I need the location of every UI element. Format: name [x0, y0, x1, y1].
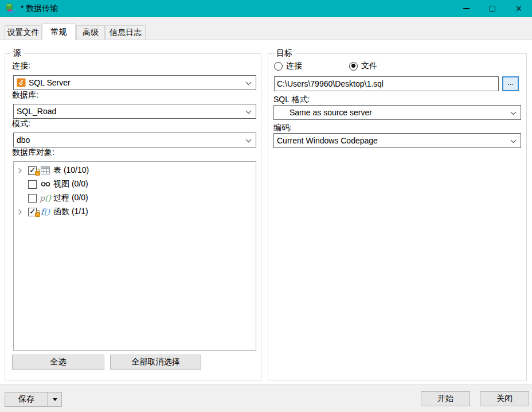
chevron-down-icon [245, 139, 252, 143]
tree-row-functions[interactable]: ✓ f() 函数 (1/1) [14, 205, 256, 219]
titlebar: * 数据传输 × [0, 0, 532, 17]
tab-profile[interactable]: 设置文件 [5, 25, 42, 40]
lock-icon [35, 212, 40, 217]
table-icon [40, 166, 51, 174]
app-icon [5, 3, 16, 14]
deselect-all-button[interactable]: 全部取消选择 [110, 355, 201, 370]
views-checkbox[interactable] [28, 180, 37, 189]
button-label: 全选 [50, 357, 66, 367]
footer-bar: 保存 开始 关闭 [0, 384, 532, 412]
radio-label: 连接 [286, 61, 302, 71]
view-icon [40, 181, 51, 188]
chevron-down-icon [510, 139, 517, 143]
tab-label: 设置文件 [7, 28, 40, 38]
radio-connection[interactable]: 连接 [274, 61, 302, 71]
file-path-input[interactable] [274, 76, 499, 91]
sql-format-select[interactable]: Same as source server [273, 105, 521, 120]
functions-checkbox[interactable]: ✓ [28, 208, 37, 216]
maximize-button[interactable] [479, 0, 506, 17]
tab-strip: 设置文件 常规 高级 信息日志 [0, 17, 532, 40]
connection-value: SQL Server [29, 78, 71, 87]
lock-icon [35, 171, 40, 176]
sql-format-label: SQL 格式: [273, 95, 310, 105]
procedure-icon: p() [40, 194, 51, 202]
procedures-checkbox[interactable] [28, 194, 37, 203]
browse-button[interactable]: ... [502, 76, 519, 91]
select-all-button[interactable]: 全选 [12, 355, 104, 370]
database-objects-tree: ✓ 表 (10/10) 视图 (0/0) [13, 161, 256, 351]
radio-circle-icon [274, 62, 283, 71]
database-select[interactable]: SQL_Road [13, 104, 256, 119]
radio-file[interactable]: 文件 [349, 61, 377, 71]
database-label: 数据库: [12, 90, 38, 100]
source-group: 源 连接: SQL Server 数据库: SQL_Road 模式: dbo [5, 53, 261, 380]
close-icon: × [516, 3, 522, 14]
browse-label: ... [507, 78, 514, 87]
chevron-down-icon [245, 110, 252, 114]
tree-item-label: 过程 (0/0) [53, 193, 88, 203]
sql-format-value: Same as source server [290, 108, 372, 117]
connection-label: 连接: [12, 61, 30, 71]
expand-chevron-icon[interactable] [18, 168, 22, 174]
data-transfer-dialog: * 数据传输 × 设置文件 常规 高级 信息日志 源 连接: SQL Serve… [0, 0, 532, 412]
tree-row-procedures[interactable]: p() 过程 (0/0) [14, 191, 256, 205]
button-label: 开始 [437, 394, 453, 404]
connection-select[interactable]: SQL Server [13, 75, 256, 90]
expand-chevron-icon[interactable] [18, 209, 22, 215]
tree-row-tables[interactable]: ✓ 表 (10/10) [14, 164, 256, 177]
tab-message-log[interactable]: 信息日志 [105, 25, 146, 40]
maximize-icon [490, 6, 495, 11]
database-value: SQL_Road [17, 107, 56, 116]
start-button[interactable]: 开始 [421, 391, 470, 406]
content-area: 源 连接: SQL Server 数据库: SQL_Road 模式: dbo [0, 40, 532, 384]
database-objects-label: 数据库对象: [12, 147, 54, 158]
save-split-button[interactable]: 保存 [5, 392, 62, 407]
caret-down-icon [53, 398, 57, 401]
save-button[interactable]: 保存 [5, 392, 48, 406]
radio-label: 文件 [361, 61, 377, 71]
tree-item-label: 函数 (1/1) [53, 207, 88, 217]
tree-item-label: 视图 (0/0) [53, 179, 88, 189]
tab-advanced[interactable]: 高级 [76, 25, 105, 40]
window-title: * 数据传输 [21, 3, 58, 14]
tables-checkbox[interactable]: ✓ [28, 166, 37, 175]
sql-server-icon [17, 78, 26, 87]
minimize-button[interactable] [453, 0, 479, 17]
tree-item-label: 表 (10/10) [53, 165, 89, 176]
save-label: 保存 [18, 394, 34, 405]
encoding-label: 编码: [273, 123, 292, 133]
target-group: 目标 连接 文件 ... SQL 格式: Same as source serv… [268, 53, 527, 380]
schema-label: 模式: [12, 119, 30, 129]
tab-general[interactable]: 常规 [42, 24, 76, 40]
schema-select[interactable]: dbo [13, 133, 256, 147]
source-group-title: 源 [11, 48, 24, 59]
close-dialog-button[interactable]: 关闭 [480, 391, 529, 406]
button-label: 关闭 [496, 394, 513, 404]
target-group-title: 目标 [274, 48, 295, 59]
tree-row-views[interactable]: 视图 (0/0) [14, 177, 256, 191]
tab-label: 高级 [83, 28, 99, 38]
button-label: 全部取消选择 [132, 357, 180, 367]
chevron-down-icon [245, 81, 252, 85]
function-icon: f() [40, 208, 51, 216]
tab-label: 信息日志 [109, 28, 142, 38]
schema-value: dbo [17, 135, 30, 145]
tab-label: 常规 [51, 27, 67, 37]
encoding-select[interactable]: Current Windows Codepage [273, 133, 521, 148]
encoding-value: Current Windows Codepage [277, 136, 378, 145]
minimize-icon [463, 8, 470, 9]
radio-circle-selected-icon [349, 62, 358, 71]
close-button[interactable]: × [506, 0, 532, 17]
chevron-down-icon [510, 111, 517, 115]
save-dropdown-button[interactable] [48, 392, 61, 406]
